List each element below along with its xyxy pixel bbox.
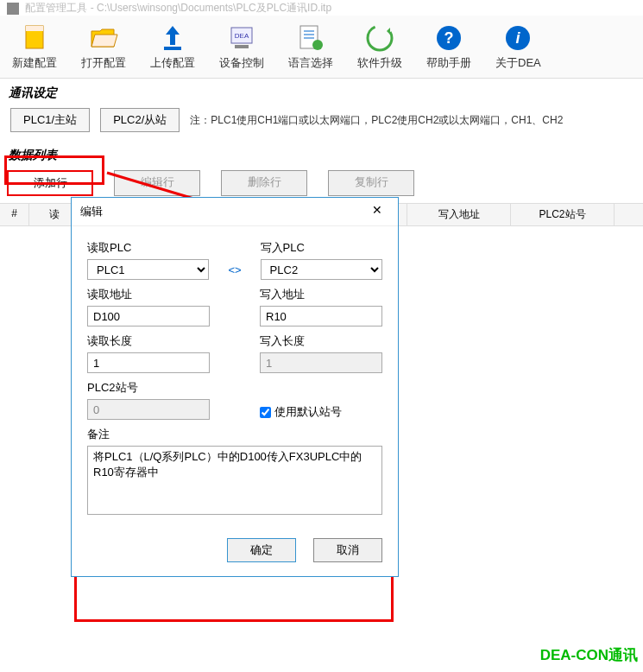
toolbar-language[interactable]: 语言选择 — [276, 19, 345, 74]
toolbar-open-config[interactable]: 打开配置 — [69, 19, 138, 74]
language-icon — [295, 22, 326, 54]
svg-rect-5 — [235, 45, 249, 48]
add-row-button[interactable]: 添加行 — [7, 170, 93, 196]
close-icon[interactable]: ✕ — [365, 203, 389, 220]
new-file-icon — [19, 22, 50, 54]
write-len-input — [260, 352, 382, 373]
write-addr-label: 写入地址 — [260, 287, 382, 302]
toolbar-label: 打开配置 — [81, 55, 126, 71]
upload-icon — [157, 22, 188, 54]
svg-point-10 — [312, 40, 323, 50]
toolbar-label: 关于DEA — [495, 55, 541, 71]
remark-textarea[interactable]: 将PLC1（L/Q系列PLC）中的D100传入FX3UPLC中的R10寄存器中 — [87, 446, 382, 515]
toolbar-device-control[interactable]: DEA 设备控制 — [207, 19, 276, 74]
cancel-button[interactable]: 取消 — [313, 538, 382, 562]
main-toolbar: 新建配置 打开配置 上传配置 DEA 设备控制 语言选择 软件升级 ? 帮助手册… — [0, 16, 643, 79]
device-icon: DEA — [226, 22, 257, 54]
remark-label: 备注 — [87, 427, 382, 442]
ok-button[interactable]: 确定 — [227, 538, 296, 562]
toolbar-upgrade[interactable]: 软件升级 — [345, 19, 414, 74]
svg-text:DEA: DEA — [235, 32, 249, 40]
toolbar-label: 新建配置 — [12, 55, 57, 71]
copy-row-button[interactable]: 复制行 — [328, 170, 414, 196]
comm-row: PLC1/主站 PLC2/从站 注：PLC1使用CH1端口或以太网端口，PLC2… — [0, 105, 643, 141]
write-plc-label: 写入PLC — [261, 240, 382, 256]
dialog-titlebar: 编辑 ✕ — [72, 198, 398, 226]
station-input — [87, 399, 210, 420]
help-icon: ? — [433, 22, 464, 54]
th-write-addr: 写入地址 — [407, 204, 511, 225]
read-plc-select[interactable]: PLC1 — [87, 259, 209, 280]
toolbar-new-config[interactable]: 新建配置 — [0, 19, 69, 74]
default-station-label[interactable]: 使用默认站号 — [274, 404, 342, 420]
svg-point-11 — [368, 26, 392, 50]
write-plc-select[interactable]: PLC2 — [261, 259, 382, 280]
edit-row-button[interactable]: 编辑行 — [114, 170, 200, 196]
th-plc2-station: PLC2站号 — [511, 204, 615, 225]
svg-rect-1 — [26, 26, 43, 31]
titlebar-text: 配置管理工具 - C:\Users\winsong\Documents\PLC及… — [25, 2, 331, 14]
edit-dialog: 编辑 ✕ 读取PLC PLC1 <> 写入PLC PLC2 读取地址 写入地址 — [71, 197, 399, 577]
delete-row-button[interactable]: 删除行 — [221, 170, 307, 196]
toolbar-about[interactable]: i 关于DEA — [483, 19, 553, 74]
titlebar: 配置管理工具 - C:\Users\winsong\Documents\PLC及… — [0, 0, 643, 16]
folder-open-icon — [88, 22, 119, 54]
comm-note: 注：PLC1使用CH1端口或以太网端口，PLC2使用CH2或以太网端口，CH1、… — [190, 113, 563, 128]
th-index: # — [0, 204, 29, 225]
station-label: PLC2站号 — [87, 380, 210, 396]
comm-section-title: 通讯设定 — [0, 79, 643, 105]
app-icon — [7, 3, 19, 15]
svg-text:?: ? — [444, 29, 454, 47]
write-len-label: 写入长度 — [260, 333, 382, 349]
write-addr-input[interactable] — [260, 306, 382, 326]
data-section-title: 数据列表 — [0, 141, 643, 167]
dialog-title-text: 编辑 — [80, 204, 103, 219]
dialog-body: 读取PLC PLC1 <> 写入PLC PLC2 读取地址 写入地址 读取长度 — [72, 226, 398, 531]
read-plc-label: 读取PLC — [87, 240, 209, 256]
toolbar-label: 语言选择 — [288, 55, 333, 71]
upgrade-icon — [364, 22, 395, 54]
plc2-slave-button[interactable]: PLC2/从站 — [100, 108, 180, 132]
info-icon: i — [502, 22, 533, 54]
toolbar-label: 软件升级 — [357, 55, 402, 71]
read-len-input[interactable] — [87, 352, 210, 373]
toolbar-help[interactable]: ? 帮助手册 — [414, 19, 483, 74]
read-addr-input[interactable] — [87, 306, 210, 326]
read-len-label: 读取长度 — [87, 333, 210, 349]
read-addr-label: 读取地址 — [87, 287, 210, 302]
toolbar-label: 帮助手册 — [426, 55, 471, 71]
svg-rect-2 — [164, 47, 181, 50]
toolbar-label: 上传配置 — [150, 55, 195, 71]
plc1-master-button[interactable]: PLC1/主站 — [10, 108, 90, 132]
default-station-checkbox[interactable] — [260, 407, 271, 418]
swap-icon[interactable]: <> — [226, 263, 243, 276]
toolbar-upload-config[interactable]: 上传配置 — [138, 19, 207, 74]
toolbar-label: 设备控制 — [219, 55, 264, 71]
watermark: DEA-CON通讯 — [540, 645, 638, 665]
dialog-footer: 确定 取消 — [72, 531, 398, 576]
